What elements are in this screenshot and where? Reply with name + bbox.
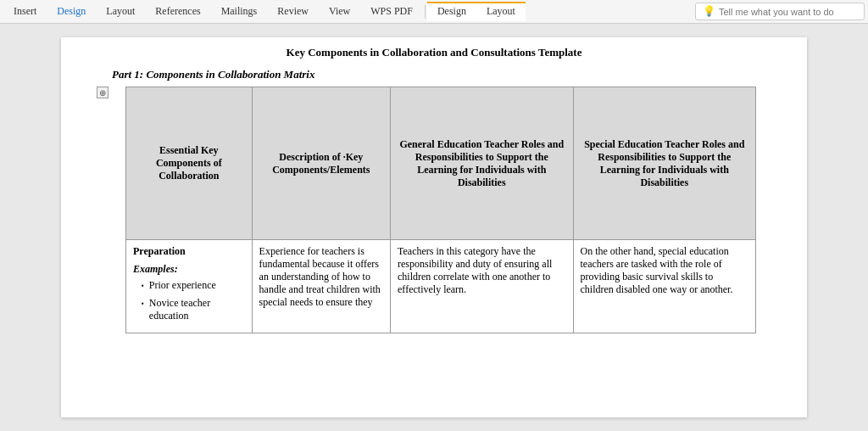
examples-label: Examples: <box>133 263 245 276</box>
doc-title: Key Components in Collaboration and Cons… <box>112 46 756 59</box>
page: Key Components in Collaboration and Cons… <box>61 37 807 417</box>
search-box[interactable]: 💡 <box>695 3 865 20</box>
tab-design[interactable]: Design <box>47 2 96 21</box>
bullet-list: Prior experience Novice teacher educatio… <box>133 279 245 322</box>
header-col2: Description of ·Key Components/Elements <box>252 87 390 240</box>
ribbon-separator-1 <box>425 5 426 19</box>
tab-wpspdf[interactable]: WPS PDF <box>360 2 423 21</box>
header-col1: Essential Key Components of Collaboratio… <box>126 87 253 240</box>
preparation-title: Preparation <box>133 245 245 258</box>
table-wrapper: ⊕ Essential Key Components of Collaborat… <box>112 87 756 333</box>
list-item-prior: Prior experience <box>142 279 245 292</box>
lightbulb-icon: 💡 <box>703 5 715 18</box>
tab-view[interactable]: View <box>319 2 360 21</box>
tab-design-active[interactable]: Design <box>427 2 476 21</box>
header-col3: General Education Teacher Roles and Resp… <box>391 87 573 240</box>
tab-review[interactable]: Review <box>267 2 319 21</box>
tab-references[interactable]: References <box>145 2 210 21</box>
doc-area: Key Components in Collaboration and Cons… <box>0 24 868 431</box>
table-row: Preparation Examples: Prior experience N… <box>126 240 756 333</box>
tab-layout[interactable]: Layout <box>96 2 145 21</box>
tab-insert[interactable]: Insert <box>3 2 47 21</box>
data-col4: On the other hand, special education tea… <box>573 240 755 333</box>
tab-mailings[interactable]: Mailings <box>211 2 268 21</box>
table-handle[interactable]: ⊕ <box>97 87 108 98</box>
data-col3: Teachers in this category have the respo… <box>391 240 573 333</box>
header-col4: Special Education Teacher Roles and Resp… <box>573 87 755 240</box>
collaboration-table: Essential Key Components of Collaboratio… <box>125 87 756 333</box>
list-item-novice: Novice teacher education <box>142 297 245 322</box>
ribbon: Insert Design Layout References Mailings… <box>0 0 868 24</box>
tab-layout-active[interactable]: Layout <box>476 2 526 21</box>
data-col2: Experience for teachers is fundamental b… <box>252 240 390 333</box>
search-input[interactable] <box>719 7 854 17</box>
section-title: Part 1: Components in Collaboration Matr… <box>112 68 756 81</box>
data-col1: Preparation Examples: Prior experience N… <box>126 240 253 333</box>
table-header-row: Essential Key Components of Collaboratio… <box>126 87 756 240</box>
